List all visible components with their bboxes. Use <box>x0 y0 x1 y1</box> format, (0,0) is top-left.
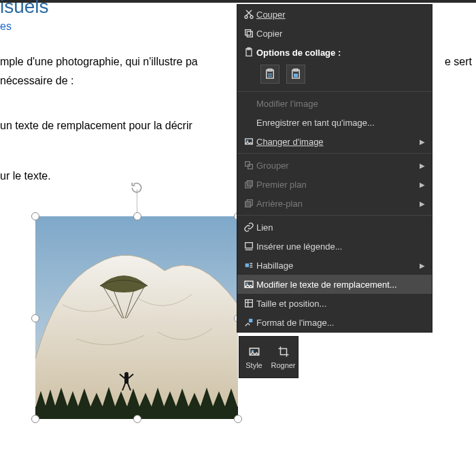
menu-wrap-label: Habillage <box>256 261 417 271</box>
chevron-right-icon: ▶ <box>417 162 425 169</box>
menu-insert-caption-label: Insérer une légende... <box>256 241 425 252</box>
paste-options-row <box>237 62 432 89</box>
resize-handle-tl[interactable] <box>31 212 39 220</box>
style-icon <box>248 345 261 358</box>
chevron-right-icon: ▶ <box>417 138 425 146</box>
menu-wrap[interactable]: Habillage ▶ <box>237 256 432 275</box>
crop-icon <box>277 345 290 358</box>
menu-format-image[interactable]: Format de l'image... <box>237 313 432 332</box>
svg-rect-30 <box>247 181 252 186</box>
chevron-right-icon: ▶ <box>417 262 425 269</box>
copy-icon <box>241 28 256 39</box>
body-text-line-2: nécessaire de : <box>0 75 74 87</box>
mini-toolbar-crop[interactable]: Rogner <box>269 337 298 378</box>
menu-cut-label: Couper <box>256 10 425 20</box>
svg-rect-41 <box>245 300 253 307</box>
menu-link[interactable]: Lien <box>237 218 432 237</box>
format-icon <box>241 317 256 328</box>
rotation-handle[interactable] <box>130 181 143 195</box>
link-fragment[interactable]: es <box>0 20 12 33</box>
change-image-icon <box>241 136 256 147</box>
menu-separator <box>237 153 432 154</box>
menu-change-image[interactable]: Changer d'image ▶ <box>237 132 432 151</box>
menu-separator <box>237 91 432 92</box>
svg-point-40 <box>246 282 248 284</box>
caption-icon <box>241 241 256 252</box>
menu-separator <box>237 215 432 216</box>
menu-edit-image: Modifier l'image <box>237 94 432 113</box>
body-text-line-4: ur le texte. <box>0 170 51 182</box>
menu-link-label: Lien <box>256 222 425 233</box>
svg-rect-17 <box>245 30 251 35</box>
selected-image[interactable] <box>35 216 238 419</box>
svg-rect-16 <box>247 31 252 37</box>
link-icon <box>241 222 256 233</box>
svg-rect-7 <box>124 375 129 384</box>
menu-edit-image-label: Modifier l'image <box>256 99 425 109</box>
menu-paste-header-label: Options de collage : <box>256 48 425 58</box>
menu-group: Grouper ▶ <box>237 156 432 175</box>
paste-option-keep-formatting[interactable] <box>260 65 279 84</box>
resize-handle-t[interactable] <box>133 212 141 220</box>
mini-toolbar-style[interactable]: Style <box>239 337 269 378</box>
alt-text-icon <box>241 279 256 290</box>
paste-option-picture[interactable] <box>286 65 305 84</box>
menu-group-label: Grouper <box>256 161 417 171</box>
size-icon <box>241 298 256 309</box>
menu-cut[interactable]: Couper <box>237 5 432 24</box>
menu-copy-label: Copier <box>256 29 425 39</box>
context-menu: Couper Copier Options de collage : Modif… <box>237 4 432 333</box>
ribbon-stub <box>0 0 476 3</box>
menu-send-back-label: Arrière-plan <box>256 199 417 209</box>
resize-handle-l[interactable] <box>31 314 39 322</box>
svg-rect-32 <box>245 201 251 207</box>
menu-save-as-image[interactable]: Enregistrer en tant qu'image... <box>237 113 432 132</box>
clipboard-icon <box>241 47 256 58</box>
menu-save-as-image-label: Enregistrer en tant qu'image... <box>256 118 425 128</box>
body-text-line-1b: e sert <box>445 56 472 68</box>
parachute-photo <box>35 216 238 419</box>
menu-alt-text-label: Modifier le texte de remplacement... <box>256 280 425 290</box>
menu-bring-front: Premier plan ▶ <box>237 175 432 194</box>
svg-point-13 <box>250 16 253 18</box>
mini-toolbar-style-label: Style <box>245 361 262 369</box>
menu-format-image-label: Format de l'image... <box>256 318 425 328</box>
svg-rect-35 <box>245 263 249 267</box>
bring-front-icon <box>241 179 256 190</box>
resize-handle-b[interactable] <box>133 415 141 423</box>
chevron-right-icon: ▶ <box>417 200 425 207</box>
resize-handle-br[interactable] <box>234 415 242 423</box>
menu-send-back: Arrière-plan ▶ <box>237 194 432 213</box>
body-text-line-3: un texte de remplacement pour la décrir <box>0 120 192 132</box>
menu-copy[interactable]: Copier <box>237 24 432 43</box>
svg-point-12 <box>245 16 248 18</box>
menu-size-position[interactable]: Taille et position... <box>237 294 432 313</box>
send-back-icon <box>241 198 256 209</box>
menu-size-position-label: Taille et position... <box>256 299 425 309</box>
svg-rect-42 <box>249 319 252 322</box>
body-text-line-1: mple d'une photographie, qui n'illustre … <box>0 56 198 68</box>
svg-rect-33 <box>245 243 253 248</box>
menu-alt-text[interactable]: Modifier le texte de remplacement... <box>237 275 432 294</box>
menu-paste-header: Options de collage : <box>237 43 432 62</box>
resize-handle-bl[interactable] <box>31 415 39 423</box>
wrap-icon <box>241 260 256 271</box>
cut-icon <box>241 9 256 20</box>
menu-change-image-label: Changer d'image <box>256 137 417 147</box>
mini-toolbar-crop-label: Rogner <box>271 361 295 369</box>
chevron-right-icon: ▶ <box>417 181 425 188</box>
group-icon <box>241 160 256 171</box>
menu-bring-front-label: Premier plan <box>256 180 417 190</box>
menu-insert-caption[interactable]: Insérer une légende... <box>237 237 432 256</box>
svg-rect-24 <box>294 73 298 77</box>
mini-toolbar: Style Rogner <box>239 336 299 378</box>
heading-fragment: isuels <box>0 0 49 18</box>
